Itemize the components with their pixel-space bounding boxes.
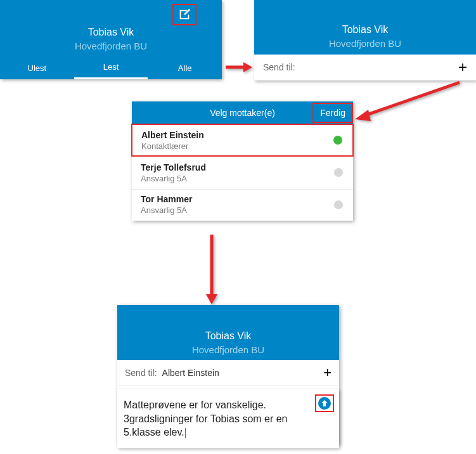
tab-unread[interactable]: Ulest <box>0 56 74 79</box>
send-button-circle <box>318 397 331 410</box>
tab-read[interactable]: Lest <box>74 56 148 79</box>
compose-message-screen: Tobias Vik Hovedfjorden BU Send til: Alb… <box>117 305 339 444</box>
send-to-label: Send til: <box>263 62 295 72</box>
contact-role: Kontaktlærer <box>141 141 344 151</box>
contact-name: Tor Hammer <box>141 194 344 204</box>
compose-header: Tobias Vik Hovedfjorden BU <box>117 305 339 360</box>
svg-marker-5 <box>206 294 217 304</box>
svg-marker-3 <box>355 110 371 121</box>
compose-icon <box>177 8 191 22</box>
school-name: Hovedfjorden BU <box>0 41 222 51</box>
send-to-label: Send til: <box>125 368 157 378</box>
send-button[interactable] <box>315 394 334 412</box>
svg-line-2 <box>363 82 460 116</box>
arrow-up-icon <box>321 399 328 407</box>
arrow-right-icon <box>226 61 252 74</box>
arrow-diagonal-icon <box>352 79 466 124</box>
unselected-indicator-icon <box>334 200 343 209</box>
inbox-tabs: Ulest Lest Alle <box>0 56 222 79</box>
tab-all[interactable]: Alle <box>148 56 222 79</box>
contact-name: Terje Tollefsrud <box>141 162 344 172</box>
inbox-screen: Tobias Vik Hovedfjorden BU Ulest Lest Al… <box>0 0 222 79</box>
contact-row[interactable]: Tor Hammer Ansvarlig 5A <box>132 190 353 219</box>
student-name: Tobias Vik <box>254 24 476 36</box>
add-recipient-icon[interactable]: + <box>458 58 467 76</box>
student-name: Tobias Vik <box>117 330 339 342</box>
svg-marker-1 <box>243 62 252 72</box>
contact-row[interactable]: Terje Tollefsrud Ansvarlig 5A <box>132 156 353 190</box>
new-message-header: Tobias Vik Hovedfjorden BU <box>254 0 476 55</box>
compose-button[interactable] <box>172 4 196 25</box>
new-message-screen: Tobias Vik Hovedfjorden BU Send til: + <box>254 0 476 81</box>
contact-role: Ansvarlig 5A <box>141 205 344 215</box>
unselected-indicator-icon <box>334 168 343 177</box>
picker-header: Velg mottaker(e) Ferdig <box>132 101 353 124</box>
done-button[interactable]: Ferdig <box>312 103 353 123</box>
send-to-row[interactable]: Send til: + <box>254 55 476 81</box>
recipient-name: Albert Einstein <box>162 368 219 378</box>
message-text: Matteprøvene er for vanskelige. 3gradsli… <box>124 399 288 438</box>
contact-name: Albert Einstein <box>141 130 344 140</box>
arrow-down-icon <box>204 235 219 304</box>
add-recipient-icon[interactable]: + <box>323 365 331 381</box>
send-to-row[interactable]: Send til: Albert Einstein + <box>117 360 339 386</box>
contact-row[interactable]: Albert Einstein Kontaktlærer <box>131 124 354 157</box>
selected-indicator-icon <box>333 136 342 145</box>
contact-role: Ansvarlig 5A <box>141 174 344 183</box>
school-name: Hovedfjorden BU <box>254 38 476 49</box>
message-input[interactable]: Matteprøvene er for vanskelige. 3gradsli… <box>117 389 339 448</box>
text-cursor <box>185 428 186 438</box>
school-name: Hovedfjorden BU <box>117 344 339 355</box>
recipient-picker-screen: Velg mottaker(e) Ferdig Albert Einstein … <box>132 101 353 221</box>
